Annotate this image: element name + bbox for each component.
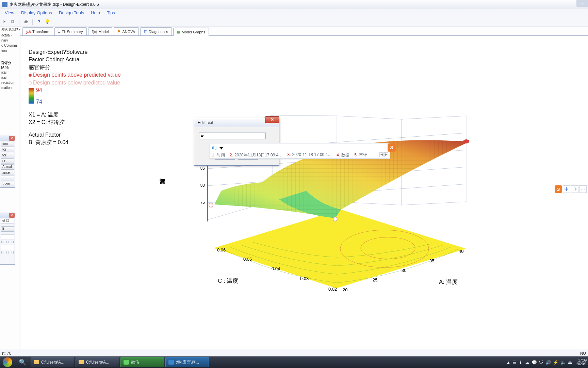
panel-item[interactable] <box>1 176 14 181</box>
sogou-status-float[interactable]: S 中 ☽ ⋯ <box>555 185 587 193</box>
base-plane <box>214 210 466 288</box>
taskbar-item[interactable]: C:\Users\A... <box>76 357 119 367</box>
minimize-button[interactable]: — <box>576 0 588 7</box>
print-icon[interactable]: 🖶 <box>23 19 29 25</box>
tab-transform[interactable]: yATransform <box>22 27 53 35</box>
ime-candidate[interactable]: 5.审计 <box>354 152 367 158</box>
tray-icon[interactable]: 🌡 <box>519 360 523 365</box>
edit-text-input[interactable] <box>199 133 266 139</box>
clock-time: 17:09 <box>576 358 587 362</box>
panel-item[interactable]: Actual <box>1 164 14 170</box>
ime-extra-icon[interactable]: ⋯ <box>579 185 587 193</box>
window-title: 麦火龙果\燕麦火龙果终.dxp - Design-Expert 8.0.6 <box>10 2 99 7</box>
close-icon[interactable]: ✕ <box>9 213 15 218</box>
panel-input[interactable] <box>1 234 14 240</box>
svg-text:C : 温度: C : 温度 <box>218 278 238 284</box>
ime-mode-icon[interactable]: ☽ <box>571 185 578 193</box>
tray-icon[interactable]: ⏏ <box>568 360 572 365</box>
close-icon[interactable]: ✕ <box>9 136 15 141</box>
svg-text:75: 75 <box>200 200 205 205</box>
panel-item[interactable]: ur <box>1 158 14 164</box>
tray-icon[interactable]: ☰ <box>512 360 517 365</box>
tree-item[interactable]: rediction <box>0 80 20 85</box>
ime-candidate[interactable]: 2.2020年11月18日17:09:4… <box>230 152 282 158</box>
svg-text:80: 80 <box>200 183 205 188</box>
diagnostics-icon: ◫ <box>144 29 147 34</box>
tree-item[interactable]: 麦火龙果终.d <box>0 27 20 33</box>
ime-candidate[interactable]: 4.数据 <box>337 152 349 158</box>
tab-model[interactable]: f(x)Model <box>88 27 113 35</box>
taskbar-search-icon[interactable]: 🔍 <box>15 356 30 368</box>
ime-candidate[interactable]: 3.2020-11-18 17:09:4… <box>287 152 332 158</box>
close-button[interactable]: ✕ <box>265 116 279 123</box>
surface-chart[interactable]: 感官评分 <box>177 78 473 296</box>
taskbar-item-wechat[interactable]: 微信 <box>120 357 164 367</box>
panel-item[interactable]: ance <box>1 170 14 175</box>
tree-item[interactable]: tion <box>0 48 20 53</box>
panel-item[interactable]: it <box>1 226 14 232</box>
status-right: NU <box>580 351 586 356</box>
menu-design-tools[interactable]: Design Tools <box>55 9 87 16</box>
tray-expand-icon[interactable]: ▲ <box>506 360 511 365</box>
panel-input[interactable] <box>1 245 14 250</box>
panel-item[interactable]: tor <box>1 153 14 158</box>
tab-anova[interactable]: ⚑ANOVA <box>114 27 139 35</box>
lightbulb-icon[interactable]: 💡 <box>44 19 50 25</box>
tray-icon[interactable]: 💬 <box>532 360 537 365</box>
floating-panel-settings[interactable]: ✕ et ☐ it <box>0 213 15 265</box>
tab-fit-summary[interactable]: ≡Fit Summary <box>54 27 87 35</box>
panel-item[interactable]: tor <box>1 147 14 152</box>
menu-display-options[interactable]: Display Options <box>18 9 55 16</box>
tray-icon[interactable]: ☁ <box>525 360 529 365</box>
ime-lang-indicator[interactable]: 中 <box>563 185 570 193</box>
tray-icon[interactable]: ⚡ <box>553 360 558 365</box>
floating-panel-factors[interactable]: ✕ tion tor tor ur Actual ance View <box>0 136 15 188</box>
svg-text:85: 85 <box>200 166 205 171</box>
sogou-icon[interactable]: S <box>555 185 562 193</box>
taskbar-item[interactable]: C:\Users\A... <box>31 357 74 367</box>
help-icon[interactable]: ? <box>36 19 42 25</box>
tab-diagnostics[interactable]: ◫Diagnostics <box>140 27 172 35</box>
graphs-icon: ▦ <box>177 30 180 34</box>
ime-pager[interactable]: ◀▶ <box>379 152 388 157</box>
menu-tips[interactable]: Tips <box>103 9 118 16</box>
taskbar-clock[interactable]: 17:09 2020/1 <box>576 358 587 366</box>
tree-item[interactable]: actual) <box>0 33 20 38</box>
tab-label: Transform <box>32 30 49 34</box>
ime-candidate-bar[interactable]: s'j 1.时间 2.2020年11月18日17:09:4… 3.2020-11… <box>210 143 390 159</box>
tray-icon[interactable]: 🔊 <box>545 360 551 365</box>
system-tray: ▲ ☰ 🌡 ☁ 💬 🛡 🔊 ⚡ 🔈 ⏏ 17:09 2020/1 <box>506 358 587 366</box>
menu-view[interactable]: View <box>1 9 18 16</box>
start-button[interactable] <box>0 356 15 368</box>
taskbar-item[interactable]: :\响应面\燕... <box>165 357 209 367</box>
tree-item[interactable]: ical <box>0 70 20 75</box>
tab-model-graphs[interactable]: ▦Model Graphs <box>173 28 209 36</box>
tree-item[interactable]: nary <box>0 38 20 43</box>
copy-icon[interactable]: ⧉ <box>10 19 16 25</box>
tab-label: ANOVA <box>122 30 135 34</box>
tray-icon[interactable]: 🛡 <box>539 360 543 365</box>
cut-icon[interactable]: ✂ <box>1 19 7 25</box>
tab-label: Model <box>98 30 109 34</box>
svg-text:40: 40 <box>459 249 463 254</box>
panel-row[interactable]: et ☐ <box>1 218 14 224</box>
tree-item[interactable]: ical <box>0 75 20 80</box>
colorbar-max: 94 <box>36 87 42 94</box>
dot-filled-icon <box>29 74 32 77</box>
dialog-titlebar[interactable]: Edit Text ✕ <box>194 118 279 127</box>
panel-slider[interactable] <box>1 251 14 254</box>
panel-item[interactable]: View <box>1 182 14 187</box>
menu-help[interactable]: Help <box>87 9 103 16</box>
panel-item[interactable]: tion <box>1 141 14 147</box>
dot-hollow-icon <box>29 81 32 85</box>
prev-icon: ◀ <box>379 152 383 157</box>
tray-volume-icon[interactable]: 🔈 <box>560 360 566 365</box>
chart-legend-block: Design-Expert?Software Factor Coding: Ac… <box>29 48 121 147</box>
panel-slider[interactable] <box>1 241 14 243</box>
ime-candidate[interactable]: 1.时间 <box>212 152 225 158</box>
tree-item[interactable]: mation <box>0 85 20 90</box>
fx-icon: f(x) <box>92 30 97 34</box>
tree-item[interactable]: o Columns <box>0 43 20 48</box>
folder-icon <box>79 360 84 364</box>
taskbar-item-label: C:\Users\A... <box>41 360 64 365</box>
